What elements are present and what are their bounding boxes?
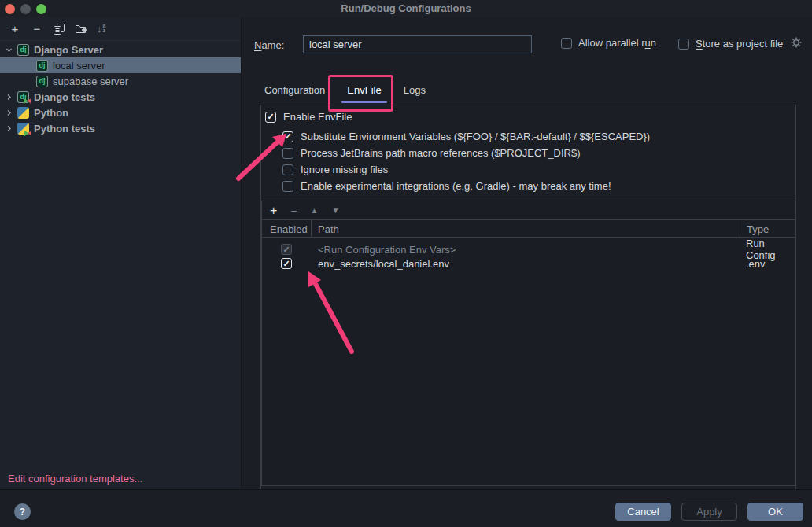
tree-item-django-server[interactable]: dj Django Server [0,42,241,57]
chevron-right-icon[interactable] [6,94,13,101]
tree-item-python-tests[interactable]: Python tests [0,120,241,136]
copy-configuration-icon[interactable] [53,23,65,35]
experimental-integrations-option: Enable experimental integrations (e.g. G… [282,180,611,192]
window-title: Run/Debug Configurations [0,2,812,14]
settings-tabs: Configuration EnvFile Logs [264,84,426,103]
django-tests-icon: dj [17,91,29,103]
title-bar: Run/Debug Configurations [0,0,812,17]
env-files-table-toolbar: + − ▲ ▼ [262,201,795,220]
row-path: env_secrets/local_daniel.env [311,258,740,270]
ignore-missing-files-label: Ignore missing files [301,164,388,175]
ok-button[interactable]: OK [747,503,803,521]
store-as-project-file-label: Store as project file [696,38,783,50]
python-tests-icon [17,123,29,135]
add-env-file-icon[interactable]: + [270,205,277,217]
run-debug-configurations-dialog: Run/Debug Configurations + − ↓ az dj Dja… [0,0,812,527]
process-path-macro-option: Process JetBrains path macro references … [282,147,580,159]
table-row[interactable]: <Run Configuration Env Vars> Run Config [262,238,795,255]
name-input[interactable] [303,35,532,53]
tab-logs[interactable]: Logs [404,84,426,103]
enable-envfile-option: Enable EnvFile [265,111,352,123]
substitute-env-vars-label: Substitute Environment Variables (${FOO}… [301,131,650,142]
django-icon: dj [17,44,29,56]
configurations-sidebar: + − ↓ az dj Django Server dj local serve… [0,17,242,489]
allow-parallel-run-checkbox[interactable] [561,38,572,49]
remove-env-file-icon[interactable]: − [290,205,297,216]
column-header-type: Type [740,220,795,238]
cancel-button[interactable]: Cancel [615,503,671,521]
gear-icon[interactable] [791,37,802,50]
column-header-path: Path [311,220,740,238]
move-down-icon[interactable]: ▼ [331,207,339,215]
ignore-missing-files-checkbox[interactable] [282,164,293,175]
enable-envfile-label: Enable EnvFile [283,111,352,123]
experimental-integrations-checkbox[interactable] [282,181,293,192]
store-as-project-file-checkbox[interactable] [678,39,689,50]
chevron-right-icon[interactable] [6,125,13,132]
tab-envfile[interactable]: EnvFile [347,84,381,103]
chevron-down-icon[interactable] [6,46,13,53]
tree-item-label: supabase server [53,76,128,87]
configurations-tree: dj Django Server dj local server dj supa… [0,42,241,136]
table-row[interactable]: env_secrets/local_daniel.env .env [262,255,795,272]
add-configuration-icon[interactable]: + [9,23,21,35]
chevron-right-icon[interactable] [6,109,13,116]
remove-configuration-icon[interactable]: − [31,23,43,35]
allow-parallel-run-option: Allow parallel run [561,37,656,49]
tree-item-supabase-server[interactable]: dj supabase server [0,73,241,89]
edit-configuration-templates-link[interactable]: Edit configuration templates... [8,473,142,485]
row-enabled-checkbox [281,244,292,255]
substitute-env-vars-option: Substitute Environment Variables (${FOO}… [282,131,650,142]
help-button[interactable]: ? [14,503,31,520]
experimental-integrations-label: Enable experimental integrations (e.g. G… [301,180,611,192]
row-path: <Run Configuration Env Vars> [311,244,740,256]
tree-item-local-server[interactable]: dj local server [0,57,241,73]
apply-button[interactable]: Apply [681,503,737,521]
env-files-table: + − ▲ ▼ Enabled Path Type <Run Configura… [261,201,796,486]
store-as-project-file-option: Store as project file [678,37,802,50]
ignore-missing-files-option: Ignore missing files [282,164,388,175]
tree-item-label: local server [53,60,105,72]
process-path-macro-label: Process JetBrains path macro references … [301,147,580,159]
sidebar-toolbar: + − ↓ az [0,17,241,41]
tree-item-label: Django tests [34,91,95,103]
tree-item-python[interactable]: Python [0,105,241,120]
enable-envfile-checkbox[interactable] [265,112,276,123]
column-header-enabled: Enabled [262,220,311,238]
tree-item-label: Python [34,107,68,119]
row-type: .env [740,258,795,270]
move-up-icon[interactable]: ▲ [311,207,319,215]
allow-parallel-run-label: Allow parallel run [578,37,656,49]
table-header-row: Enabled Path Type [262,220,795,238]
python-icon [17,107,29,119]
process-path-macro-checkbox[interactable] [282,148,293,159]
django-icon: dj [36,60,48,72]
dialog-footer: ? Cancel Apply OK [0,489,812,527]
sort-configurations-icon[interactable]: ↓ az [97,24,105,34]
name-label: Name: [254,39,284,51]
substitute-env-vars-checkbox[interactable] [282,131,293,142]
tree-item-label: Django Server [34,44,103,56]
tree-item-label: Python tests [34,123,95,135]
tree-item-django-tests[interactable]: dj Django tests [0,89,241,105]
new-folder-icon[interactable] [75,23,87,35]
tab-configuration[interactable]: Configuration [264,84,325,103]
row-enabled-checkbox[interactable] [281,258,292,269]
django-icon: dj [36,76,48,87]
